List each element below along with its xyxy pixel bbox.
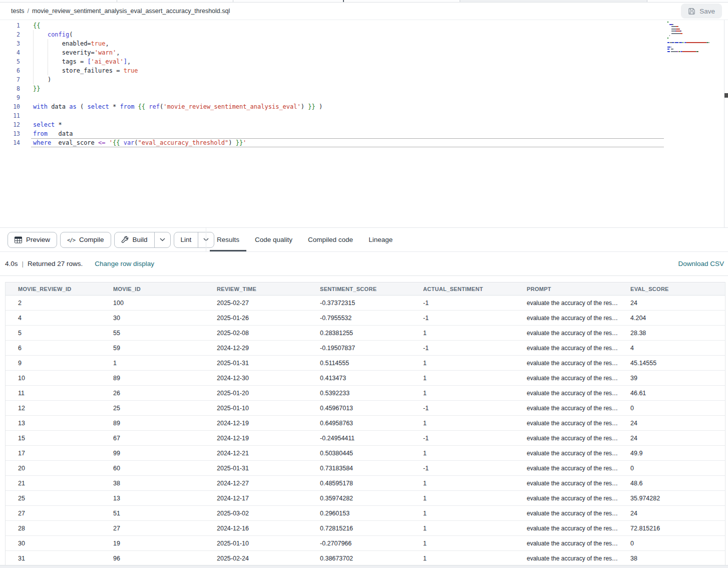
column-header-prompt: PROMPT — [514, 286, 618, 292]
editor-scrollbar-track — [724, 20, 724, 227]
table-cell: 1 — [411, 510, 514, 517]
compile-button[interactable]: </> Compile — [60, 232, 111, 248]
code-editor[interactable]: 1 {{ 2 config( 3 enabled=true, 4 severit… — [0, 20, 728, 228]
prompt-cell[interactable]: evaluate the accuracy of the res… — [514, 450, 618, 457]
build-dropdown-button[interactable] — [154, 232, 170, 247]
tab-label: Code quality — [255, 236, 292, 243]
table-cell: 2024-12-16 — [204, 525, 307, 532]
change-row-display-link[interactable]: Change row display — [95, 260, 154, 267]
table-cell: 67 — [101, 435, 204, 442]
table-cell: 99 — [101, 450, 204, 457]
minimap-line — [667, 38, 723, 39]
code-line-text — [31, 111, 664, 120]
prompt-preview-text: evaluate the accuracy of the res… — [527, 360, 618, 367]
minimap[interactable] — [667, 22, 723, 53]
table-cell: 1 — [411, 480, 514, 487]
prompt-cell[interactable]: evaluate the accuracy of the res… — [514, 540, 618, 547]
code-line: 6 store_failures = true — [0, 66, 728, 75]
wrench-icon — [121, 236, 129, 243]
table-cell: 0.48595178 — [307, 480, 411, 487]
code-line-text: where eval_score <= '{{ var("eval_accura… — [31, 138, 664, 147]
table-row: 31962025-02-240.386737021evaluate the ac… — [6, 551, 725, 566]
prompt-cell[interactable]: evaluate the accuracy of the res… — [514, 465, 618, 472]
editor-scrollbar-thumb[interactable] — [724, 93, 728, 98]
table-cell: 2025-02-24 — [204, 555, 307, 562]
code-line: 12 select * — [0, 120, 728, 129]
table-cell: 2025-02-27 — [204, 300, 307, 307]
table-cell: 2025-02-08 — [204, 330, 307, 337]
line-number: 8 — [0, 84, 20, 93]
compile-button-label: Compile — [79, 236, 104, 243]
prompt-cell[interactable]: evaluate the accuracy of the res… — [514, 405, 618, 412]
prompt-cell[interactable]: evaluate the accuracy of the res… — [514, 435, 618, 442]
prompt-cell[interactable]: evaluate the accuracy of the res… — [514, 495, 618, 502]
table-cell: 2024-12-21 — [204, 450, 307, 457]
prompt-cell[interactable]: evaluate the accuracy of the res… — [514, 315, 618, 322]
code-line-text: enabled=true, — [31, 39, 664, 48]
results-table: MOVIE_REVIEW_IDMOVIE_IDREVIEW_TIMESENTIM… — [5, 282, 725, 566]
table-cell: 11 — [6, 390, 101, 397]
prompt-cell[interactable]: evaluate the accuracy of the res… — [514, 480, 618, 487]
prompt-cell[interactable]: evaluate the accuracy of the res… — [514, 360, 618, 367]
prompt-cell[interactable]: evaluate the accuracy of the res… — [514, 420, 618, 427]
table-cell: 6 — [6, 345, 101, 352]
code-line-text: from data — [31, 129, 664, 138]
build-button[interactable]: Build — [114, 232, 171, 248]
table-cell: 2025-03-02 — [204, 510, 307, 517]
build-button-label: Build — [133, 236, 148, 243]
table-cell: 0.2960153 — [307, 510, 411, 517]
table-row: 27512025-03-020.29601531evaluate the acc… — [6, 506, 725, 521]
table-row: 5552025-02-080.283812551evaluate the acc… — [6, 326, 725, 341]
prompt-cell[interactable]: evaluate the accuracy of the res… — [514, 525, 618, 532]
save-icon — [688, 8, 695, 15]
line-number: 10 — [0, 102, 20, 111]
horizontal-scrollbar[interactable] — [0, 565, 728, 568]
minimap-line — [667, 40, 723, 41]
file-header: tests/movie_review_sentiment_analysis_ev… — [0, 3, 728, 20]
prompt-cell[interactable]: evaluate the accuracy of the res… — [514, 555, 618, 562]
query-status-bar: 4.0s | Returned 27 rows. Change row disp… — [0, 251, 728, 276]
code-line-text: ) — [31, 75, 664, 84]
prompt-preview-text: evaluate the accuracy of the res… — [527, 300, 618, 307]
row-count-text: Returned 27 rows. — [28, 260, 83, 267]
table-cell: 1 — [411, 525, 514, 532]
prompt-preview-text: evaluate the accuracy of the res… — [527, 465, 618, 472]
table-cell: 59 — [101, 345, 204, 352]
table-cell: 0.45967013 — [307, 405, 411, 412]
lint-button-label: Lint — [181, 236, 192, 243]
prompt-cell[interactable]: evaluate the accuracy of the res… — [514, 330, 618, 337]
table-cell: 51 — [101, 510, 204, 517]
prompt-cell[interactable]: evaluate the accuracy of the res… — [514, 390, 618, 397]
table-cell: 49.9 — [618, 450, 725, 457]
minimap-line — [667, 31, 723, 32]
prompt-cell[interactable]: evaluate the accuracy of the res… — [514, 375, 618, 382]
minimap-line — [667, 26, 723, 27]
preview-button[interactable]: Preview — [8, 232, 57, 248]
table-cell: 55 — [101, 330, 204, 337]
save-button[interactable]: Save — [681, 4, 722, 19]
table-body: 21002025-02-27-0.37372315-1evaluate the … — [6, 296, 725, 566]
table-cell: 4.204 — [618, 315, 725, 322]
prompt-preview-text: evaluate the accuracy of the res… — [527, 390, 618, 397]
minimap-line — [667, 51, 723, 52]
table-cell: -1 — [411, 300, 514, 307]
breadcrumb-folder: tests — [11, 8, 24, 15]
table-cell: 2 — [6, 300, 101, 307]
download-csv-link[interactable]: Download CSV — [678, 260, 724, 267]
table-cell: -0.7955532 — [307, 315, 411, 322]
minimap-line — [667, 35, 723, 36]
prompt-preview-text: evaluate the accuracy of the res… — [527, 450, 618, 457]
prompt-cell[interactable]: evaluate the accuracy of the res… — [514, 510, 618, 517]
tab-code-quality[interactable]: Code quality — [248, 228, 299, 251]
code-line-text: with data as ( select * from {{ ref('mov… — [31, 102, 664, 111]
lint-button[interactable]: Lint — [174, 232, 215, 248]
code-line: 7 ) — [0, 75, 728, 84]
prompt-cell[interactable]: evaluate the accuracy of the res… — [514, 300, 618, 307]
tab-results[interactable]: Results — [210, 228, 246, 251]
tab-compiled-code[interactable]: Compiled code — [301, 228, 360, 251]
column-header-eval_score: EVAL_SCORE — [618, 286, 725, 292]
tab-lineage[interactable]: Lineage — [361, 228, 400, 251]
prompt-cell[interactable]: evaluate the accuracy of the res… — [514, 345, 618, 352]
table-row: 25132024-12-170.359742821evaluate the ac… — [6, 491, 725, 506]
code-line-text: select * — [31, 120, 664, 129]
